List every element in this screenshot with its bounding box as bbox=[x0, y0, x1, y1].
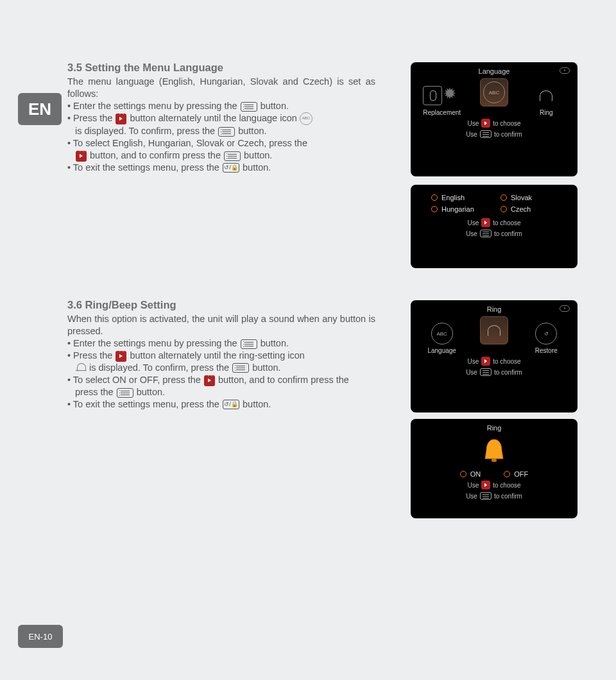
menu-item-ring-selected bbox=[475, 316, 513, 354]
step-confirm-onoff: press the button. bbox=[67, 386, 375, 398]
play-button-icon bbox=[481, 119, 490, 128]
option-english: English bbox=[431, 194, 488, 201]
step-confirm-line: is displayed. To confirm, press the butt… bbox=[67, 125, 375, 137]
abc-icon: ABC bbox=[483, 81, 505, 103]
section-title: 3.6 Ring/Beep Setting bbox=[67, 298, 375, 312]
step-enter-menu: Enter the settings menu by pressing the … bbox=[67, 100, 375, 112]
abc-icon: ABC bbox=[300, 112, 312, 125]
nav-arrow-icon bbox=[560, 67, 570, 74]
play-button-icon bbox=[481, 480, 490, 489]
hint-confirm: Useto confirm bbox=[416, 368, 572, 376]
play-button-icon bbox=[481, 357, 490, 366]
language-tab: EN bbox=[18, 93, 62, 125]
step-select-onoff: To select ON or OFF, press the button, a… bbox=[67, 374, 375, 386]
section-ring-setting: 3.6 Ring/Beep Setting When this option i… bbox=[67, 298, 375, 411]
step-exit-menu: To exit the settings menu, press the ↺/🔒… bbox=[67, 162, 375, 174]
screen-title: Ring bbox=[487, 305, 502, 313]
play-button-icon bbox=[481, 218, 490, 227]
screen-title: Ring bbox=[487, 424, 502, 432]
radio-icon bbox=[460, 471, 466, 477]
play-button-icon bbox=[204, 375, 215, 386]
menu-item-language-selected: ABC bbox=[475, 78, 513, 116]
section-title: 3.5 Setting the Menu Language bbox=[67, 61, 375, 74]
bell-large-icon bbox=[479, 437, 509, 468]
radio-icon bbox=[431, 194, 438, 201]
menu-item-restore: ↺ Restore bbox=[527, 323, 565, 354]
hint-confirm: Useto confirm bbox=[416, 130, 572, 138]
menu-button-icon bbox=[480, 230, 492, 237]
menu-button-icon bbox=[480, 368, 492, 376]
bell-icon bbox=[535, 85, 557, 106]
abc-icon: ABC bbox=[431, 323, 453, 344]
replacement-icon bbox=[423, 86, 442, 105]
step-enter-menu: Enter the settings menu by pressing the … bbox=[67, 337, 375, 350]
section-intro: When this option is activated, the unit … bbox=[67, 313, 375, 337]
hint-choose: Useto choose bbox=[416, 218, 572, 227]
radio-icon bbox=[504, 471, 510, 477]
exit-button-icon: ↺/🔒 bbox=[223, 400, 239, 409]
option-hungarian: Hungarian bbox=[431, 205, 488, 213]
device-screen-ring-options: Ring ON OFF Useto choose Useto confirm bbox=[411, 419, 578, 518]
step-bell-confirm: is displayed. To confirm, press the butt… bbox=[67, 362, 375, 374]
section-language-setting: 3.5 Setting the Menu Language The menu l… bbox=[67, 61, 375, 174]
screen-title: Language bbox=[479, 67, 510, 75]
hint-choose: Useto choose bbox=[416, 119, 572, 128]
svg-rect-0 bbox=[492, 459, 497, 462]
device-screen-ring: Ring ABC Language ↺ Restore Useto choose… bbox=[411, 300, 578, 412]
menu-item-replacement: Replacement bbox=[423, 86, 461, 116]
play-button-icon bbox=[116, 351, 126, 362]
menu-button-icon bbox=[241, 102, 257, 112]
play-button-icon bbox=[116, 114, 126, 124]
menu-button-icon bbox=[117, 388, 133, 398]
menu-button-icon bbox=[218, 127, 235, 137]
option-slovak: Slovak bbox=[501, 194, 557, 201]
device-screen-language-options: English Slovak Hungarian Czech Useto cho… bbox=[411, 185, 578, 268]
radio-icon bbox=[431, 206, 438, 212]
radio-icon bbox=[501, 194, 507, 201]
hint-confirm: Useto confirm bbox=[416, 230, 572, 237]
bell-icon bbox=[483, 319, 505, 341]
play-button-icon bbox=[76, 151, 87, 162]
nav-arrow-icon bbox=[560, 305, 570, 312]
page-number-tab: EN-10 bbox=[18, 625, 63, 648]
option-on: ON bbox=[460, 470, 481, 478]
hint-choose: Useto choose bbox=[416, 357, 572, 366]
step-select-language: To select English, Hungarian, Slovak or … bbox=[67, 137, 375, 149]
step-press-alternately: Press the button alternately until the l… bbox=[67, 112, 375, 125]
step-exit-menu: To exit the settings menu, press the ↺/🔒… bbox=[67, 398, 375, 411]
exit-button-icon: ↺/🔒 bbox=[223, 163, 239, 173]
option-czech: Czech bbox=[501, 205, 557, 213]
menu-item-language: ABC Language bbox=[423, 323, 461, 354]
menu-button-icon bbox=[241, 339, 257, 349]
bell-icon bbox=[75, 362, 87, 374]
radio-icon bbox=[501, 206, 507, 212]
section-intro: The menu language (English, Hungarian, S… bbox=[67, 76, 375, 100]
menu-button-icon bbox=[232, 363, 249, 373]
hint-choose: Useto choose bbox=[416, 480, 572, 489]
restore-icon: ↺ bbox=[535, 323, 557, 344]
device-screen-language: Language Replacement ABC Ring Useto choo… bbox=[411, 62, 578, 176]
menu-button-icon bbox=[480, 130, 492, 138]
menu-item-ring: Ring bbox=[527, 85, 565, 116]
step-select-language-2: button, and to confirm press the button. bbox=[67, 149, 375, 162]
menu-button-icon bbox=[224, 151, 241, 161]
hint-confirm: Useto confirm bbox=[416, 492, 572, 500]
step-press-alternately: Press the button alternately until the r… bbox=[67, 350, 375, 362]
sparkle-icon bbox=[442, 86, 461, 105]
menu-button-icon bbox=[480, 492, 492, 500]
option-off: OFF bbox=[504, 470, 528, 478]
